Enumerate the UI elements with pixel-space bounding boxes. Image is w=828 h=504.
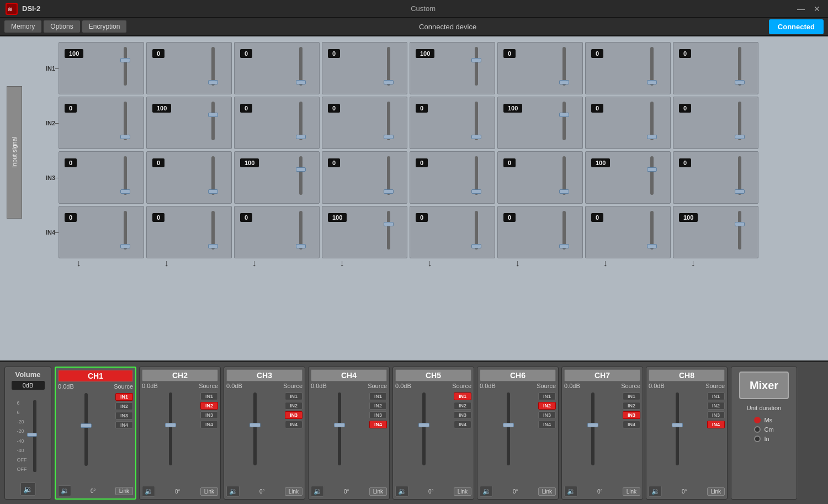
channel-link-6[interactable]: Link (623, 487, 640, 496)
source-btn-2-2[interactable]: IN3 (285, 411, 302, 419)
source-btn-6-3[interactable]: IN4 (623, 421, 640, 428)
memory-button[interactable]: Memory (4, 20, 41, 33)
source-btn-0-1[interactable]: IN2 (115, 402, 133, 410)
unit-item-1[interactable]: Cm (754, 426, 773, 433)
source-btn-3-3[interactable]: IN4 (369, 421, 387, 428)
connected-button[interactable]: Connected (769, 19, 824, 34)
matrix-cell-0-4[interactable]: 100 (410, 42, 495, 94)
fader-thumb-0-5[interactable] (559, 80, 569, 84)
fader-thumb-3-7[interactable] (735, 222, 745, 226)
matrix-cell-0-7[interactable]: 0 (673, 42, 758, 94)
encryption-button[interactable]: Encryption (82, 20, 127, 33)
unit-item-0[interactable]: Ms (754, 417, 773, 423)
fader-thumb-0-0[interactable] (120, 58, 130, 62)
source-btn-3-0[interactable]: IN1 (369, 392, 387, 400)
source-btn-5-1[interactable]: IN2 (538, 402, 556, 410)
source-btn-4-2[interactable]: IN3 (454, 411, 471, 419)
matrix-cell-3-4[interactable]: 0 (410, 206, 495, 258)
source-btn-5-2[interactable]: IN3 (538, 411, 556, 419)
source-btn-4-0[interactable]: IN1 (454, 392, 471, 400)
fader-thumb-3-2[interactable] (296, 244, 306, 248)
source-btn-3-2[interactable]: IN3 (369, 411, 387, 419)
channel-link-5[interactable]: Link (538, 487, 556, 496)
fader-thumb-2-4[interactable] (471, 189, 481, 194)
channel-fader-thumb-7[interactable] (672, 423, 683, 427)
fader-thumb-3-4[interactable] (471, 244, 481, 248)
source-btn-1-2[interactable]: IN3 (200, 411, 218, 419)
channel-fader-thumb-2[interactable] (250, 423, 261, 427)
channel-link-7[interactable]: Link (707, 487, 725, 496)
fader-thumb-3-6[interactable] (647, 244, 657, 248)
source-btn-7-1[interactable]: IN2 (707, 402, 725, 410)
fader-thumb-1-7[interactable] (735, 135, 745, 139)
source-btn-3-1[interactable]: IN2 (369, 402, 387, 410)
fader-thumb-2-6[interactable] (647, 167, 657, 172)
mixer-button[interactable]: Mixer (739, 372, 789, 399)
fader-thumb-2-3[interactable] (384, 189, 394, 194)
channel-link-3[interactable]: Link (369, 487, 387, 496)
fader-thumb-0-6[interactable] (647, 80, 657, 84)
fader-thumb-2-5[interactable] (559, 189, 569, 194)
source-btn-5-3[interactable]: IN4 (538, 421, 556, 428)
matrix-cell-2-6[interactable]: 100 (585, 151, 671, 204)
matrix-cell-1-0[interactable]: 0 (59, 97, 144, 149)
fader-thumb-1-2[interactable] (296, 135, 306, 139)
channel-name-3[interactable]: CH4 (311, 369, 387, 381)
options-button[interactable]: Options (44, 20, 79, 33)
channel-link-4[interactable]: Link (454, 487, 471, 496)
fader-thumb-1-0[interactable] (120, 135, 130, 139)
matrix-cell-0-2[interactable]: 0 (234, 42, 320, 94)
source-btn-0-0[interactable]: IN1 (115, 393, 133, 401)
matrix-cell-2-2[interactable]: 100 (234, 151, 320, 204)
fader-thumb-1-6[interactable] (647, 135, 657, 139)
source-btn-1-1[interactable]: IN2 (200, 402, 218, 410)
matrix-cell-1-7[interactable]: 0 (673, 97, 758, 149)
matrix-cell-3-0[interactable]: 0 (59, 206, 144, 258)
source-btn-1-3[interactable]: IN4 (200, 421, 218, 428)
fader-thumb-0-3[interactable] (384, 80, 394, 84)
channel-name-6[interactable]: CH7 (564, 369, 640, 381)
source-btn-6-0[interactable]: IN1 (623, 392, 640, 400)
source-btn-1-0[interactable]: IN1 (200, 392, 218, 400)
channel-mute-0[interactable]: 🔉 (58, 485, 71, 496)
source-btn-6-2[interactable]: IN3 (623, 411, 640, 419)
channel-link-2[interactable]: Link (285, 487, 302, 496)
source-btn-4-1[interactable]: IN2 (454, 402, 471, 410)
channel-fader-thumb-0[interactable] (81, 423, 92, 428)
source-btn-0-3[interactable]: IN4 (115, 421, 133, 429)
fader-thumb-3-3[interactable] (384, 222, 394, 226)
matrix-cell-3-6[interactable]: 0 (585, 206, 671, 258)
matrix-cell-3-1[interactable]: 0 (146, 206, 232, 258)
channel-mute-1[interactable]: 🔉 (142, 486, 155, 497)
channel-name-4[interactable]: CH5 (395, 369, 471, 381)
fader-thumb-2-1[interactable] (208, 189, 218, 194)
channel-fader-thumb-6[interactable] (587, 423, 598, 427)
fader-thumb-2-0[interactable] (120, 189, 130, 194)
source-btn-2-1[interactable]: IN2 (285, 402, 302, 410)
channel-fader-thumb-5[interactable] (503, 423, 514, 427)
channel-mute-5[interactable]: 🔉 (480, 486, 493, 497)
channel-name-1[interactable]: CH2 (142, 369, 218, 381)
source-btn-2-0[interactable]: IN1 (285, 392, 302, 400)
fader-thumb-1-5[interactable] (559, 113, 569, 117)
fader-thumb-0-4[interactable] (471, 58, 481, 62)
matrix-cell-0-5[interactable]: 0 (497, 42, 583, 94)
matrix-cell-1-6[interactable]: 0 (585, 97, 671, 149)
minimize-button[interactable]: — (795, 4, 807, 13)
volume-mute-button[interactable]: 🔉 (20, 482, 36, 496)
volume-fader-thumb[interactable] (27, 433, 37, 437)
matrix-cell-1-1[interactable]: 100 (146, 97, 232, 149)
fader-thumb-0-7[interactable] (735, 80, 745, 84)
matrix-cell-1-3[interactable]: 0 (322, 97, 407, 149)
channel-name-5[interactable]: CH6 (480, 369, 556, 381)
channel-link-0[interactable]: Link (115, 487, 133, 495)
channel-mute-2[interactable]: 🔉 (226, 486, 240, 497)
matrix-cell-0-3[interactable]: 0 (322, 42, 407, 94)
fader-thumb-1-1[interactable] (208, 113, 218, 117)
fader-thumb-2-2[interactable] (296, 167, 306, 172)
channel-mute-4[interactable]: 🔉 (395, 486, 408, 497)
fader-thumb-1-4[interactable] (471, 135, 481, 139)
channel-name-2[interactable]: CH3 (226, 369, 302, 381)
channel-fader-thumb-1[interactable] (165, 423, 176, 427)
matrix-cell-3-2[interactable]: 0 (234, 206, 320, 258)
